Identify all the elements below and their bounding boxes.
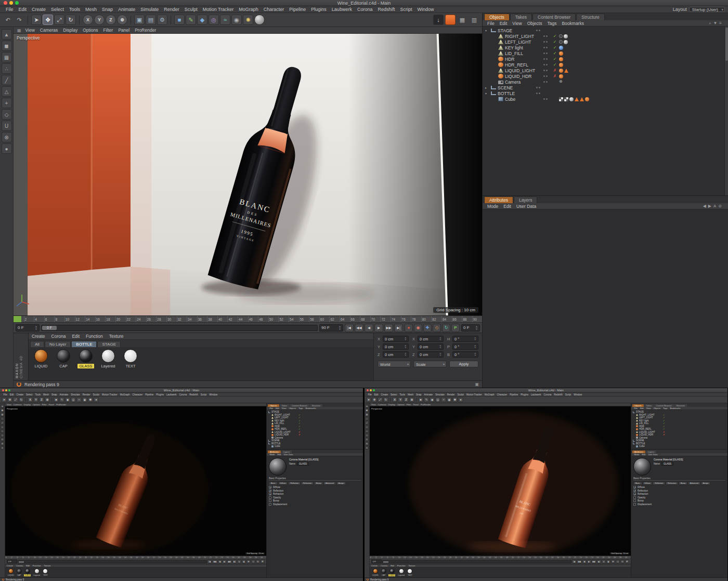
axis-mode-icon[interactable]: + <box>2 98 12 108</box>
visibility-dots[interactable] <box>543 81 551 83</box>
menu-item[interactable]: Redshift <box>375 7 397 12</box>
texture-mode-icon[interactable]: ▦ <box>365 413 369 416</box>
enable-toggle[interactable] <box>551 45 559 50</box>
channel-checkbox-row[interactable]: Bump <box>633 499 725 502</box>
menu-item[interactable]: Mesh <box>42 393 50 396</box>
z-axis-lock[interactable]: Z <box>39 397 44 402</box>
object-row[interactable]: Cube <box>483 96 728 102</box>
viewport-menu-item[interactable]: Panel <box>49 403 54 406</box>
rotate-tool[interactable]: ↻ <box>383 397 388 402</box>
workplane-icon[interactable]: ◇ <box>2 109 12 120</box>
attribute-menu-item[interactable]: Mode <box>633 453 641 456</box>
target-tag[interactable] <box>559 34 563 38</box>
current-frame-field[interactable]: 0 F <box>371 560 382 563</box>
add-camera-button[interactable]: ◉ <box>231 15 242 25</box>
object-row[interactable]: STAGE <box>483 28 728 33</box>
object-name[interactable]: BOTTLE <box>498 91 536 96</box>
workplane-icon[interactable]: ◇ <box>1 433 4 437</box>
menu-item[interactable]: Motion Tracker <box>200 7 237 12</box>
add-cube-button[interactable]: ■ <box>174 15 185 25</box>
timeline-slider[interactable] <box>18 560 207 563</box>
viewport-menu-item[interactable]: ProRender <box>132 28 159 33</box>
material-channel-tab[interactable]: Refraction <box>666 482 678 485</box>
object-name[interactable]: LIQUID_LIGHT <box>505 68 543 73</box>
menu-item[interactable]: Edit <box>16 7 30 12</box>
z-axis-lock[interactable]: Z <box>404 397 409 402</box>
object-row[interactable]: Cube <box>631 445 727 448</box>
menu-item[interactable]: Sculpt <box>182 7 200 12</box>
position-field[interactable]: Z0 cm▲▼ <box>378 351 409 358</box>
menu-item[interactable]: Tools <box>34 393 42 396</box>
viewport-icon[interactable]: ▦ <box>17 28 21 33</box>
menu-item[interactable]: Corona <box>355 7 375 12</box>
visibility-dots[interactable] <box>543 64 551 65</box>
menu-item[interactable]: Snap <box>50 393 59 396</box>
material-menu-item[interactable]: Corona <box>48 334 69 339</box>
attribute-menu-item[interactable]: User Data <box>282 453 294 456</box>
record-rotation-button[interactable]: ↻ <box>442 324 450 332</box>
prev-key-button[interactable]: ◀◀ <box>355 324 363 332</box>
live-selection-tool[interactable]: ➤ <box>31 15 42 25</box>
menu-item[interactable]: Select <box>48 7 67 12</box>
timeline-ruler[interactable]: 0246810121416182022242628303234363840424… <box>14 315 482 322</box>
viewport-menu-item[interactable]: View <box>371 403 376 406</box>
model-mode-icon[interactable]: ◼ <box>1 408 4 412</box>
material-channel-tab[interactable]: Bump <box>314 482 323 485</box>
menu-item[interactable]: Pipeline <box>144 393 155 396</box>
record-scale-button[interactable]: ◇ <box>251 560 255 563</box>
add-cube-button[interactable]: ■ <box>54 397 59 402</box>
menu-item[interactable]: Window <box>573 393 583 396</box>
next-key-button[interactable]: ▶| <box>394 324 403 332</box>
object-row[interactable]: LEFT_LIGHT <box>483 39 728 45</box>
apply-button[interactable]: Apply <box>449 361 478 367</box>
menu-item[interactable]: Window <box>414 7 436 12</box>
menu-item[interactable]: Character <box>131 393 144 396</box>
menu-item[interactable]: Script <box>199 393 208 396</box>
add-light-button[interactable]: ✺ <box>88 397 93 402</box>
orangeball-tag[interactable] <box>559 57 563 61</box>
object-row[interactable]: LIQUID_HDR <box>483 73 728 79</box>
material-preview-sphere[interactable] <box>79 349 93 363</box>
menu-item[interactable]: Mesh <box>407 393 415 396</box>
current-frame-field[interactable]: 0 F <box>7 560 17 563</box>
attribute-menu-item[interactable]: Edit <box>641 453 647 456</box>
menu-item[interactable]: Pipeline <box>509 393 519 396</box>
scale-tool[interactable]: ⤢ <box>378 397 383 402</box>
object-menu-item[interactable]: File <box>485 21 497 26</box>
attribute-menu-item[interactable]: User Data <box>647 453 659 456</box>
object-row[interactable]: Camera <box>483 79 728 85</box>
visibility-dots[interactable] <box>543 41 551 43</box>
history-forward-icon[interactable]: ▶ <box>708 204 711 208</box>
snap-toggle-icon[interactable]: U <box>2 121 12 131</box>
object-menu-item[interactable]: File <box>633 407 639 410</box>
material-item[interactable]: LIQUID <box>7 569 15 576</box>
lock-axis-icon[interactable]: ⊗ <box>365 442 369 445</box>
orangecone-tag[interactable] <box>564 69 568 73</box>
x-axis-lock[interactable]: X <box>392 397 397 402</box>
add-material-button[interactable]: ● <box>458 397 463 402</box>
material-item[interactable]: LIQUID <box>372 569 379 576</box>
model-mode-icon[interactable]: ◼ <box>365 408 369 412</box>
lock-icon[interactable]: ⊘ <box>718 204 722 208</box>
add-environment-button[interactable]: ≈ <box>220 15 230 25</box>
menu-item[interactable]: Character <box>261 7 287 12</box>
material-channel-tab[interactable]: Reflection <box>653 482 665 485</box>
object-menu-item[interactable]: Edit <box>274 407 280 410</box>
menu-item[interactable]: Redshift <box>553 393 564 396</box>
menu-item[interactable]: Redshift <box>188 393 200 396</box>
menu-item[interactable]: File <box>3 7 16 12</box>
add-cube-button[interactable]: ■ <box>418 397 423 402</box>
menu-item[interactable]: Create <box>380 393 389 396</box>
texture-mode-icon[interactable]: ▦ <box>2 52 12 62</box>
add-material-button[interactable]: ● <box>94 397 99 402</box>
material-layer-tab[interactable]: All <box>30 341 44 347</box>
record-scale-button[interactable]: ◇ <box>433 324 441 332</box>
object-menu-item[interactable]: View <box>645 407 652 410</box>
menu-item[interactable]: MoGraph <box>236 7 261 12</box>
material-preview-sphere[interactable] <box>269 458 287 476</box>
window-titlebar[interactable]: Wine_Editorial.c4d - Main <box>0 0 728 6</box>
menu-item[interactable]: Sculpt <box>456 393 465 396</box>
axis-mode-icon[interactable]: + <box>365 429 369 433</box>
material-menu-item[interactable]: Texture <box>42 564 52 567</box>
current-frame-marker[interactable] <box>14 316 21 322</box>
